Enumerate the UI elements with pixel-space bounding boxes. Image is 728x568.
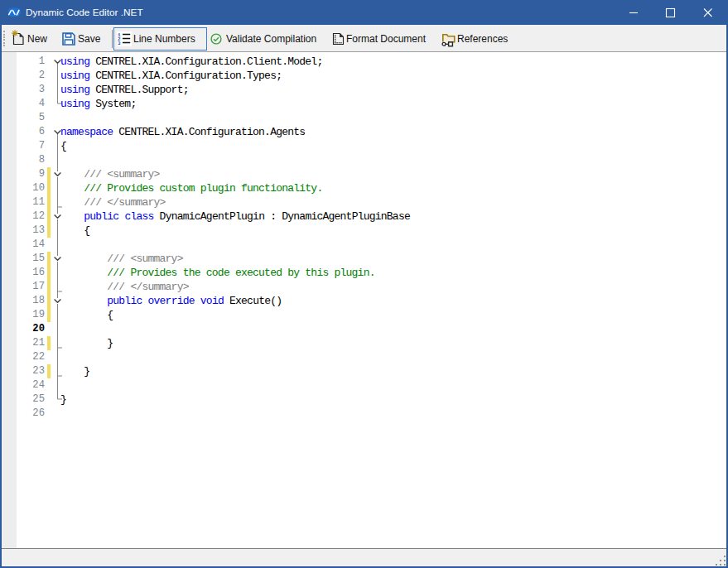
svg-text:3: 3 [118, 41, 121, 46]
